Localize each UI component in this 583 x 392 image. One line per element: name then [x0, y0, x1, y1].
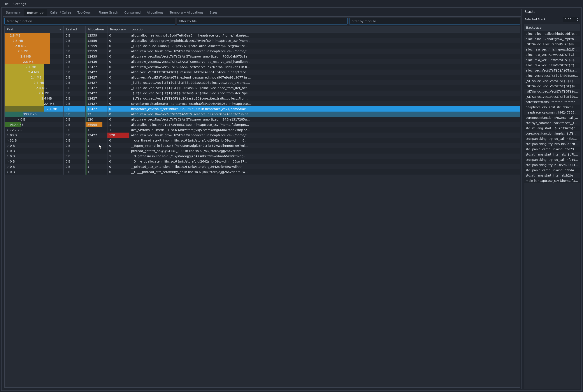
backtrace-item[interactable]: alloc::alloc::Global::grow_impl::hb1dcc.… — [524, 36, 580, 42]
spin-up-icon[interactable]: ▲ — [576, 18, 579, 20]
table-row[interactable]: 0 B0 B10__fopen_internal in libc.so.6 (/… — [5, 143, 520, 148]
backtrace-item[interactable]: alloc::raw_vec::finish_grow::h2d7e1f92..… — [524, 47, 580, 52]
table-row[interactable]: 83 B0 B12427120alloc::raw_vec::finish_gr… — [5, 132, 520, 138]
menu-file[interactable]: File — [4, 2, 9, 6]
allocations-value: 1 — [87, 144, 89, 148]
chevron-right-icon[interactable] — [6, 160, 10, 162]
allocations-value: 12 — [87, 112, 91, 116]
table-row[interactable]: 2.4 MB0 B124270alloc::vec::Vec$LT$T$C$A$… — [5, 70, 520, 75]
backtrace-item[interactable]: alloc::vec::Vec$LT$T$C$A$GT$::extend... — [524, 73, 580, 78]
backtrace-item[interactable]: std::panicking::try::h13e2d225134958a... — [524, 162, 580, 168]
location-value: core::iter::traits::iterator::Iterator::… — [129, 101, 520, 106]
backtrace-item[interactable]: core::iter::traits::iterator::Iterator::… — [524, 99, 580, 104]
backtrace-item[interactable]: std::panic::catch_unwind::h3bd49b5a5... — [524, 168, 580, 173]
chevron-right-icon[interactable] — [17, 118, 20, 120]
table-row[interactable]: 0 B0 B21_IO_getdelim in libc.so.6 (/nix/… — [5, 154, 520, 159]
table-row[interactable]: 0 B0 B10__GI___pthread_attr_setaffinity_… — [5, 169, 520, 174]
spin-down-icon[interactable]: ▼ — [576, 20, 579, 22]
tab-flame-graph[interactable]: Flame Graph — [96, 9, 121, 16]
table-row[interactable]: 393.2 kB0 B120alloc::raw_vec::RawVec$LT$… — [5, 112, 520, 117]
location-value: _$LT$alloc..vec..Vec$LT$T$GT$$u20$as$u20… — [129, 85, 520, 90]
backtrace-item[interactable]: std::rt::lang_start_internal::_$u7b$$u7.… — [524, 152, 580, 157]
backtrace-item[interactable]: _$LT$alloc..vec..Vec$LT$T$GT$$u20$as... — [524, 84, 580, 89]
chevron-right-icon[interactable] — [6, 145, 10, 146]
table-row[interactable]: 2.4 MB0 B124270alloc::vec::Vec$LT$T$C$A$… — [5, 75, 520, 80]
table-row[interactable]: 2.4 MB0 B124270heaptrace_csv::split_str:… — [5, 106, 520, 112]
tab-top-down[interactable]: Top-Down — [75, 9, 96, 16]
table-row[interactable]: 2.8 MB0 B125590alloc::raw_vec::finish_gr… — [5, 48, 520, 54]
backtrace-item[interactable]: std::panicking::try::do_call::h7bc9dc43.… — [524, 136, 580, 141]
backtrace-item[interactable]: alloc::raw_vec::RawVec$LT$T$C$A$GT... — [524, 57, 580, 62]
backtrace-item[interactable]: std::sys_common::backtrace::__rust_be... — [524, 120, 580, 126]
chevron-right-icon[interactable] — [6, 134, 10, 136]
allocations-value: 1 — [87, 165, 89, 168]
backtrace-item[interactable]: heaptrace_csv::main::hf4247255e2791... — [524, 110, 580, 115]
table-row[interactable]: 2.4 MB0 B124270_$LT$alloc..vec..Vec$LT$T… — [5, 80, 520, 85]
backtrace-item[interactable]: std::panicking::try::h653d68a27ff5f175..… — [524, 141, 580, 146]
backtrace-item[interactable]: std::rt::lang_start::_$u7b$$u7b$closur..… — [524, 126, 580, 131]
menu-settings[interactable]: Settings — [13, 2, 26, 6]
table-row[interactable]: 0 B0 B10_IO_file_doallocate in libc.so.6… — [5, 159, 520, 164]
peak-value: 2.4 MB — [34, 81, 44, 84]
table-row[interactable]: 2.4 MB0 B124270core::iter::traits::itera… — [5, 101, 520, 106]
tab-bottom-up[interactable]: Bottom-Up — [24, 9, 47, 16]
filter-function-input[interactable] — [5, 18, 175, 24]
chevron-right-icon[interactable] — [6, 150, 10, 152]
table-row[interactable]: 0 B0 B10pthread_getattr_np@@GLIBC_2.32 i… — [5, 148, 520, 154]
backtrace-item[interactable]: alloc::vec::Vec$LT$T$C$A$GT$::reserve... — [524, 68, 580, 73]
table-row[interactable]: 2.4 MB0 B124270_$LT$alloc..vec..Vec$LT$T… — [5, 96, 520, 101]
col-location[interactable]: Location — [129, 26, 520, 33]
backtrace-item[interactable]: _$LT$alloc..vec..Vec$LT$T$C$A$GT$$u... — [524, 78, 580, 84]
backtrace-item[interactable]: main in heaptrace_csv (/home/flakm/p... — [524, 178, 580, 183]
backtrace-item[interactable]: core::ops::function::impls::_$LT$impl$..… — [524, 131, 580, 136]
backtrace-item[interactable]: std::rt::lang_start_internal::h2ba92edc.… — [524, 173, 580, 178]
table-row[interactable]: 0 B0 B10__pthread_attr_extension in libc… — [5, 164, 520, 169]
tab-sizes[interactable]: Sizes — [207, 9, 221, 16]
chevron-right-icon[interactable] — [6, 166, 10, 168]
table-row[interactable]: 2.8 MB0 B124390alloc::raw_vec::RawVec$LT… — [5, 54, 520, 59]
selected-stack-spinbox[interactable]: 1 / 3 ▲ ▼ — [563, 17, 579, 22]
table-row[interactable]: 2.4 MB0 B124270_$LT$alloc..vec..Vec$LT$T… — [5, 90, 520, 96]
chevron-right-icon[interactable] — [6, 140, 10, 141]
table-row[interactable]: 2.4 MB0 B124270alloc::raw_vec::RawVec$LT… — [5, 64, 520, 70]
backtrace-item[interactable]: std::panic::catch_unwind::h9d739f9f59... — [524, 146, 580, 152]
leaked-value: 0 B — [64, 127, 86, 132]
backtrace-item[interactable]: alloc::raw_vec::RawVec$LT$T$C$A$GT... — [524, 52, 580, 57]
location-value: alloc::raw_vec::finish_grow::h2d7e1f923c… — [129, 132, 520, 138]
backtrace-list[interactable]: alloc::alloc::realloc::hb8b2cdd7e8b3aa..… — [524, 31, 580, 389]
tab-temporary-allocations[interactable]: Temporary Allocations — [167, 9, 207, 16]
backtrace-item[interactable]: std::panicking::try::do_call::hfb39d6df6… — [524, 157, 580, 162]
chevron-right-icon[interactable] — [6, 171, 10, 173]
filter-module-input[interactable] — [349, 18, 520, 24]
backtrace-item[interactable]: _$LT$alloc..vec..Vec$LT$T$GT$$u20$as... — [524, 94, 580, 99]
col-allocations[interactable]: Allocations — [86, 26, 108, 33]
table-row[interactable]: 32 B0 B10__cxa_thread_atexit_impl in lib… — [5, 138, 520, 143]
backtrace-item[interactable]: alloc::alloc::realloc::hb8b2cdd7e8b3aa..… — [524, 31, 580, 36]
table-row[interactable]: 2.8 MB0 B125590alloc::alloc::realloc::hb… — [5, 33, 520, 38]
table-row[interactable]: 2.8 MB0 B124390alloc::raw_vec::RawVec$LT… — [5, 59, 520, 64]
col-temporary[interactable]: Temporary — [108, 26, 129, 33]
backtrace-item[interactable]: core::ops::function::FnOnce::call_once::… — [524, 115, 580, 120]
table-row[interactable]: 72.7 kB0 B11des_SPtrans in libstdc++.so.… — [5, 127, 520, 132]
chevron-right-icon[interactable] — [6, 129, 10, 131]
backtrace-item[interactable]: _$LT$alloc..vec..Vec$LT$T$GT$$u20$as... — [524, 89, 580, 94]
tab-caller-callee[interactable]: Caller / Callee — [47, 9, 74, 16]
filter-file-input[interactable] — [177, 18, 348, 24]
backtrace-item[interactable]: _$LT$alloc..alloc..Global$u20$as$u20... — [524, 42, 580, 47]
table-row[interactable]: 2.4 MB0 B124270_$LT$alloc..vec..Vec$LT$T… — [5, 85, 520, 90]
col-leaked[interactable]: Leaked — [64, 26, 86, 33]
chevron-right-icon[interactable] — [6, 155, 10, 157]
backtrace-item[interactable]: heaptrace_csv::split_str::hb6c598b93f4..… — [524, 104, 580, 110]
tab-consumed[interactable]: Consumed — [121, 9, 144, 16]
table-row[interactable]: 930.4 kB0 B869951alloc::alloc::alloc::h4… — [5, 122, 520, 127]
backtrace-item[interactable]: alloc::raw_vec::RawVec$LT$T$C$A$GT... — [524, 62, 580, 68]
tab-summary[interactable]: Summary — [3, 9, 24, 16]
allocations-value: 12427 — [87, 97, 97, 100]
tab-allocations[interactable]: Allocations — [144, 9, 167, 16]
spin-buttons[interactable]: ▲ ▼ — [576, 18, 579, 22]
leaked-value: 0 B — [64, 54, 86, 59]
table-row[interactable]: 2.8 MB0 B125590alloc::alloc::Global::gro… — [5, 38, 520, 43]
table-row[interactable]: 0 B0 B1200alloc::raw_vec::RawVec$LT$T$C$… — [5, 117, 520, 122]
table-row[interactable]: 2.8 MB0 B125590_$LT$alloc..alloc..Global… — [5, 43, 520, 48]
col-peak[interactable]: Peak — [5, 26, 64, 33]
